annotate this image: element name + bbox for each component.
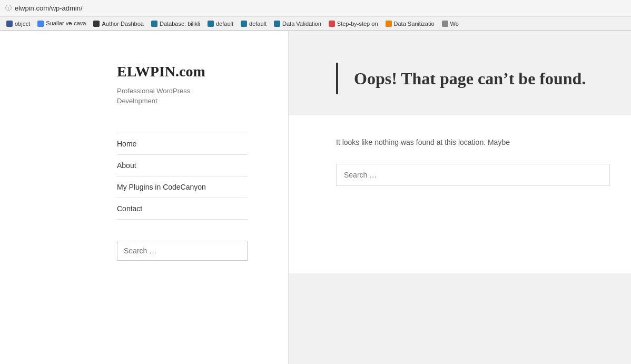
lock-icon: ⓘ	[5, 4, 12, 13]
nav-item-3: Contact	[117, 198, 248, 220]
nav-item-0: Home	[117, 133, 248, 154]
bookmark-label-7: Step-by-step on	[337, 21, 378, 27]
nav-link-about[interactable]: About	[117, 155, 248, 176]
bookmark-icon-7	[329, 21, 335, 27]
tagline-line1: Professional WordPress	[117, 87, 190, 95]
bookmark-icon-1	[37, 21, 44, 27]
bookmark-icon-2	[93, 21, 100, 27]
page-wrapper: ELWPIN.com Professional WordPress Develo…	[0, 31, 631, 364]
sidebar-nav: HomeAboutMy Plugins in CodeCanyonContact	[117, 133, 248, 220]
bookmark-label-0: object	[15, 21, 30, 27]
bookmark-label-5: default	[249, 21, 267, 27]
bookmark-label-1: Suallar və cava	[46, 20, 86, 27]
nav-link-home[interactable]: Home	[117, 133, 248, 154]
site-tagline: Professional WordPress Development	[117, 86, 267, 106]
browser-chrome: ⓘ elwpin.com/wp-admin/ objectSuallar və …	[0, 0, 631, 31]
bookmark-icon-4	[208, 21, 214, 27]
bookmark-item-0[interactable]: object	[3, 19, 33, 28]
main-search-input[interactable]	[336, 164, 610, 186]
bookmark-item-5[interactable]: default	[238, 19, 270, 28]
bookmark-label-6: Data Validation	[282, 21, 321, 27]
bookmark-label-4: default	[216, 21, 233, 27]
bookmark-item-7[interactable]: Step-by-step on	[326, 19, 381, 28]
nav-item-1: About	[117, 154, 248, 176]
bookmark-label-2: Author Dashboa	[102, 21, 144, 27]
main-search	[336, 164, 610, 186]
address-bar: ⓘ elwpin.com/wp-admin/	[0, 0, 631, 17]
error-title: Oops! That page can’t be found.	[354, 63, 586, 94]
bookmark-icon-0	[6, 21, 13, 27]
sidebar: ELWPIN.com Professional WordPress Develo…	[0, 31, 289, 364]
tagline-line2: Development	[117, 97, 157, 105]
nav-link-contact[interactable]: Contact	[117, 198, 248, 219]
bookmark-item-4[interactable]: default	[204, 19, 236, 28]
bookmark-icon-8	[386, 21, 392, 27]
error-body: It looks like nothing was found at this …	[289, 115, 631, 273]
bookmark-item-3[interactable]: Database: bilikli	[148, 19, 203, 28]
bookmark-label-9: Wo	[450, 21, 459, 27]
bookmark-item-8[interactable]: Data Sanitizatio	[382, 19, 438, 28]
error-header: Oops! That page can’t be found.	[289, 31, 631, 115]
bookmark-icon-6	[274, 21, 280, 27]
bookmark-icon-3	[151, 21, 157, 27]
error-description: It looks like nothing was found at this …	[336, 136, 610, 148]
bookmark-label-3: Database: bilikli	[160, 21, 200, 27]
sidebar-search	[117, 241, 248, 261]
main-content: Oops! That page can’t be found. It looks…	[289, 31, 631, 364]
bookmark-label-8: Data Sanitizatio	[394, 21, 435, 27]
site-title: ELWPIN.com	[117, 63, 267, 81]
bookmarks-bar: objectSuallar və cavaAuthor DashboaDatab…	[0, 17, 631, 31]
bookmark-item-6[interactable]: Data Validation	[271, 19, 324, 28]
nav-link-my-plugins-in-codecanyon[interactable]: My Plugins in CodeCanyon	[117, 176, 248, 198]
bookmark-item-2[interactable]: Author Dashboa	[90, 19, 147, 28]
bookmark-item-1[interactable]: Suallar və cava	[34, 19, 89, 28]
bookmark-item-9[interactable]: Wo	[439, 19, 462, 28]
error-accent-bar	[336, 63, 338, 94]
url-text[interactable]: elwpin.com/wp-admin/	[15, 4, 83, 12]
sidebar-search-input[interactable]	[117, 241, 248, 261]
nav-item-2: My Plugins in CodeCanyon	[117, 176, 248, 198]
bookmark-icon-9	[442, 21, 448, 27]
bookmark-icon-5	[241, 21, 247, 27]
